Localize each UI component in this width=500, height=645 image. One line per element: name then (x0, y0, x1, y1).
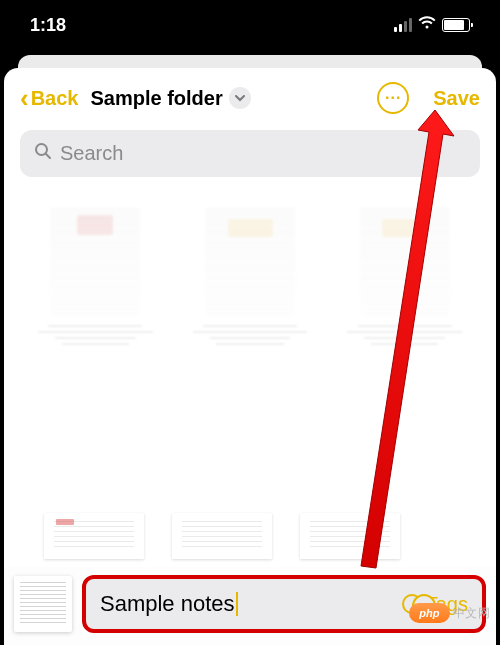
folder-selector[interactable]: Sample folder (90, 87, 250, 110)
back-label: Back (31, 87, 79, 110)
nav-bar: ‹ Back Sample folder ··· Save (4, 68, 496, 124)
search-icon (34, 142, 52, 165)
back-button[interactable]: ‹ Back (20, 85, 78, 111)
search-input[interactable]: Search (20, 130, 480, 177)
document-thumbnail[interactable] (14, 576, 72, 632)
ellipsis-icon: ··· (385, 89, 401, 107)
search-placeholder: Search (60, 142, 123, 165)
notes-grid (4, 187, 496, 505)
page-thumbnails (4, 505, 496, 567)
folder-name: Sample folder (90, 87, 222, 110)
page-thumbnail[interactable] (300, 513, 400, 559)
wifi-icon (418, 16, 436, 34)
chevron-left-icon: ‹ (20, 85, 29, 111)
battery-icon (442, 18, 470, 32)
note-preview[interactable] (337, 207, 472, 407)
title-input[interactable]: Sample notes (100, 591, 238, 617)
status-bar: 1:18 (0, 0, 500, 50)
page-thumbnail[interactable] (172, 513, 272, 559)
note-preview[interactable] (28, 207, 163, 407)
page-thumbnail[interactable] (44, 513, 144, 559)
svg-line-1 (46, 154, 50, 158)
status-indicators (394, 16, 470, 34)
status-time: 1:18 (30, 15, 66, 36)
watermark: php 中文网 (409, 603, 490, 623)
note-preview[interactable] (183, 207, 318, 407)
text-cursor (236, 592, 238, 616)
more-button[interactable]: ··· (377, 82, 409, 114)
chevron-down-icon (229, 87, 251, 109)
main-sheet: ‹ Back Sample folder ··· Save Search (4, 68, 496, 645)
save-button[interactable]: Save (433, 87, 480, 110)
cellular-icon (394, 18, 412, 32)
